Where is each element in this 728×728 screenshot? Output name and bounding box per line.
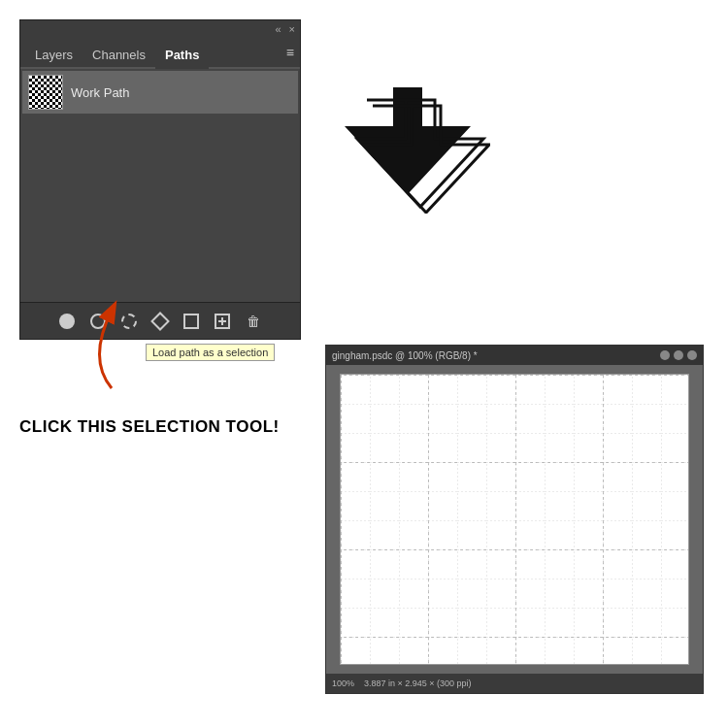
ps-window-buttons (660, 350, 697, 360)
close-icon[interactable]: × (289, 23, 295, 35)
svg-rect-5 (341, 375, 688, 664)
path-thumbnail (28, 75, 63, 110)
grid-overlay (341, 375, 688, 664)
ps-zoom-level: 100% (332, 678, 354, 688)
red-arrow-annotation (58, 281, 155, 398)
load-selection-tooltip: Load path as a selection (146, 344, 275, 361)
path-item[interactable]: Work Path (22, 71, 298, 114)
path-name: Work Path (71, 85, 129, 100)
plus-square-icon (215, 314, 230, 329)
ps-canvas-area (326, 365, 703, 674)
tab-layers[interactable]: Layers (25, 43, 83, 67)
tab-channels[interactable]: Channels (83, 43, 155, 67)
panel-titlebar: « × (20, 20, 300, 38)
tab-paths[interactable]: Paths (155, 43, 209, 69)
square-icon (183, 314, 199, 329)
panel-menu-icon[interactable]: ≡ (286, 45, 294, 60)
ps-dimensions: 3.887 in × 2.945 × (300 ppi) (364, 678, 472, 688)
collapse-icon[interactable]: « (275, 23, 281, 35)
panel-tabs: Layers Channels Paths ≡ (20, 38, 300, 69)
ps-close-button[interactable] (687, 350, 697, 360)
click-label: Click this selection tool! (19, 417, 280, 437)
trash-icon: 🗑 (247, 314, 260, 329)
ps-window: gingham.psdc @ 100% (RGB/8) * (325, 345, 704, 694)
new-path-button[interactable] (210, 309, 235, 334)
panel-content: Work Path (20, 69, 300, 302)
layer-mask-button[interactable] (179, 309, 204, 334)
big-diagonal-arrow (345, 78, 490, 214)
ps-title-text: gingham.psdc @ 100% (RGB/8) * (332, 350, 478, 361)
ps-minimize-button[interactable] (660, 350, 670, 360)
ps-maximize-button[interactable] (674, 350, 683, 360)
ps-titlebar: gingham.psdc @ 100% (RGB/8) * (326, 346, 703, 365)
delete-path-button[interactable]: 🗑 (241, 309, 266, 334)
canvas-inner (340, 374, 689, 665)
ps-statusbar: 100% 3.887 in × 2.945 × (300 ppi) (326, 674, 703, 693)
svg-marker-1 (345, 87, 471, 194)
